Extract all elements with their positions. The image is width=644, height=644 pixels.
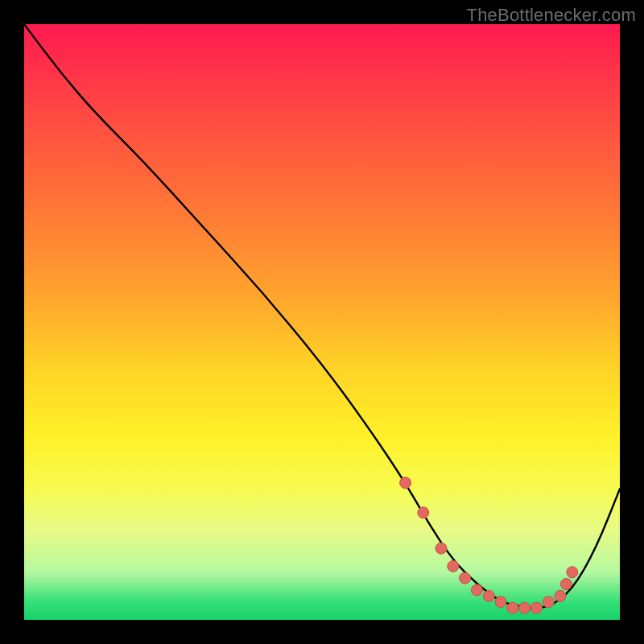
bottleneck-curve <box>24 24 620 608</box>
curve-marker <box>507 602 518 613</box>
curve-marker <box>543 597 554 608</box>
curve-marker <box>418 507 429 518</box>
chart-frame: TheBottlenecker.com <box>0 0 644 644</box>
curve-marker <box>519 602 530 613</box>
watermark-text: TheBottlenecker.com <box>467 5 636 26</box>
curve-marker <box>436 543 447 554</box>
curve-marker <box>448 560 459 572</box>
curve-marker <box>400 477 411 489</box>
curve-marker <box>471 584 482 596</box>
curve-marker <box>560 579 572 590</box>
curve-marker <box>530 602 542 613</box>
curve-markers <box>400 477 578 613</box>
curve-marker <box>555 590 566 601</box>
curve-marker <box>567 567 578 578</box>
curve-marker <box>483 590 494 601</box>
curve-layer <box>24 24 620 620</box>
plot-area <box>24 24 620 620</box>
curve-marker <box>495 597 506 608</box>
curve-marker <box>460 572 471 584</box>
